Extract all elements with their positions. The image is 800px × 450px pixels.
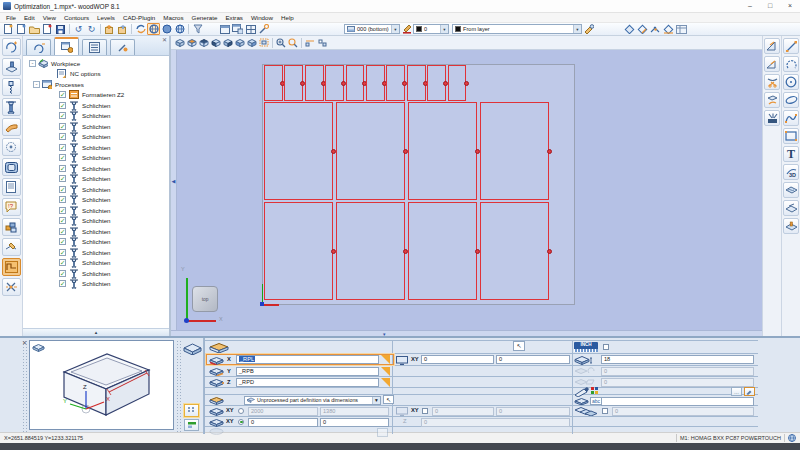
view-iso-icon[interactable] (174, 37, 186, 48)
dim-z-field[interactable]: _RPD (236, 378, 379, 387)
tab-contours[interactable] (26, 39, 51, 55)
redo-icon[interactable]: ↻ (85, 23, 98, 35)
sawing-icon[interactable] (2, 118, 21, 136)
tree-process-item[interactable]: ✓ Schlichten (23, 184, 169, 195)
generate-icon[interactable] (134, 23, 147, 35)
comment-icon[interactable]: !? (2, 198, 21, 216)
contour-3d-icon[interactable]: 3D (783, 164, 799, 180)
size-w-field[interactable]: 2000 (248, 407, 318, 416)
tree-process-item[interactable]: ✓ Schlichten (23, 258, 169, 269)
tree-process-item[interactable]: ✓ Schlichten (23, 163, 169, 174)
menu-item-window[interactable]: Window (247, 14, 277, 21)
process-checkbox[interactable]: ✓ (59, 270, 66, 277)
process-checkbox[interactable]: ✓ (59, 196, 66, 203)
process-checkbox[interactable]: ✓ (59, 280, 66, 287)
filter-icon[interactable] (191, 23, 204, 35)
origin-icon[interactable] (316, 37, 328, 48)
comment-field[interactable] (601, 397, 754, 406)
process-checkbox[interactable]: ✓ (59, 133, 66, 140)
tree-item-nc-options[interactable]: NC options (23, 69, 169, 80)
paste-contour-icon[interactable] (116, 23, 129, 35)
open-file-icon[interactable] (28, 23, 41, 35)
spline-icon[interactable] (783, 110, 799, 126)
toggle-origin-button[interactable] (184, 419, 199, 431)
transform-contour-icon[interactable] (764, 92, 780, 108)
menu-item-contours[interactable]: Contours (60, 14, 93, 21)
contour-pen-icon[interactable] (2, 238, 21, 256)
process-checkbox[interactable]: ✓ (59, 217, 66, 224)
view-front-icon[interactable] (210, 37, 222, 48)
process-checkbox[interactable]: ✓ (59, 249, 66, 256)
view-left-icon[interactable] (234, 37, 246, 48)
tree-process-item[interactable]: ✓ Schlichten (23, 226, 169, 237)
goto-macro-button[interactable]: ↖ (513, 341, 525, 351)
layer-combo[interactable]: From layer ▾ (452, 24, 582, 34)
view-back-icon[interactable] (222, 37, 234, 48)
view-globe-icon[interactable] (173, 23, 186, 35)
size-h-field[interactable]: 1380 (320, 407, 389, 416)
line-icon[interactable] (783, 38, 799, 54)
pocket-icon[interactable] (2, 158, 21, 176)
menu-item-cad-plugin[interactable]: CAD-Plugin (119, 14, 159, 21)
surface-rough-icon[interactable] (783, 182, 799, 198)
drawing-viewport[interactable]: Y X top ◀ ▾ (171, 50, 762, 336)
contour-measure-icon[interactable] (662, 23, 675, 35)
tree-process-item[interactable]: ✓ Schlichten (23, 279, 169, 290)
mirror-y-field[interactable]: 0 (496, 407, 570, 416)
window-tools-icon[interactable] (257, 23, 270, 35)
pen-color-combo[interactable]: 0 ▾ (413, 24, 449, 34)
menu-item-generate[interactable]: Generate (188, 14, 222, 21)
tree-process-item[interactable]: ✓ Schlichten (23, 132, 169, 143)
tree-process-item[interactable]: ✓ Schlichten (23, 247, 169, 258)
window-grid-icon[interactable] (244, 23, 257, 35)
level-combo[interactable]: 000 (bottom) ▾ (344, 24, 400, 34)
process-checkbox[interactable]: ✓ (59, 207, 66, 214)
special-tools-icon[interactable] (2, 278, 21, 296)
position-x-field[interactable]: 0 (421, 355, 494, 364)
menu-item-help[interactable]: Help (277, 14, 298, 21)
pen-color-icon[interactable] (400, 23, 413, 35)
new-file-icon[interactable] (2, 23, 15, 35)
collapse-icon[interactable]: - (33, 81, 40, 88)
pen-color-arrow[interactable]: ▾ (440, 25, 448, 33)
menu-item-macros[interactable]: Macros (159, 14, 187, 21)
toggle-dimensions-button[interactable] (184, 404, 199, 417)
tree-process-item[interactable]: ✓ Schlichten (23, 142, 169, 153)
view-cube[interactable]: top (192, 286, 218, 312)
tree-scroll-button[interactable]: ▴ (23, 328, 169, 336)
surface-flat-icon[interactable] (783, 200, 799, 216)
menu-item-edit[interactable]: Edit (20, 14, 39, 21)
definition-dropdown[interactable]: Unprocessed part definition via dimensio… (244, 396, 381, 405)
process-checkbox[interactable]: ✓ (59, 123, 66, 130)
view-right-icon[interactable] (246, 37, 258, 48)
menu-item-levels[interactable]: Levels (93, 14, 119, 21)
goto-definition-button[interactable]: ↖ (383, 395, 394, 404)
process-checkbox[interactable]: ✓ (59, 165, 66, 172)
view-world-icon[interactable] (147, 23, 160, 35)
tree-process-item[interactable]: ✓ Schlichten (23, 205, 169, 216)
vertical-drill-icon[interactable] (2, 78, 21, 96)
zoom-fit-icon[interactable] (287, 37, 299, 48)
tree-process-item[interactable]: ✓ Schlichten (23, 216, 169, 227)
window-add-icon[interactable] (231, 23, 244, 35)
circle-icon[interactable] (783, 74, 799, 90)
dimension-v-icon[interactable] (764, 56, 780, 72)
level-combo-arrow[interactable]: ▾ (391, 25, 399, 33)
globe-status-icon[interactable] (788, 434, 796, 442)
tree-process-item[interactable]: ✓ Schlichten (23, 268, 169, 279)
thickness-field[interactable]: 18 (601, 355, 754, 364)
origin-radio[interactable] (238, 419, 244, 425)
dimension-table-icon[interactable] (675, 23, 688, 35)
reference-point-icon[interactable] (304, 37, 316, 48)
tree-process-item[interactable]: ✓ Schlichten (23, 174, 169, 185)
new-variant-icon[interactable] (41, 23, 54, 35)
nesting-icon[interactable] (2, 258, 21, 276)
new-template-icon[interactable] (15, 23, 28, 35)
minimize-button[interactable]: – (740, 0, 760, 12)
mirror-checkbox[interactable] (422, 408, 428, 414)
dim-y-field[interactable]: _RPB (236, 367, 379, 376)
components-icon[interactable] (2, 218, 21, 236)
text-icon[interactable]: T (783, 146, 799, 162)
origin-y-field[interactable]: 0 (320, 418, 389, 427)
zoom-window-icon[interactable] (258, 37, 270, 48)
